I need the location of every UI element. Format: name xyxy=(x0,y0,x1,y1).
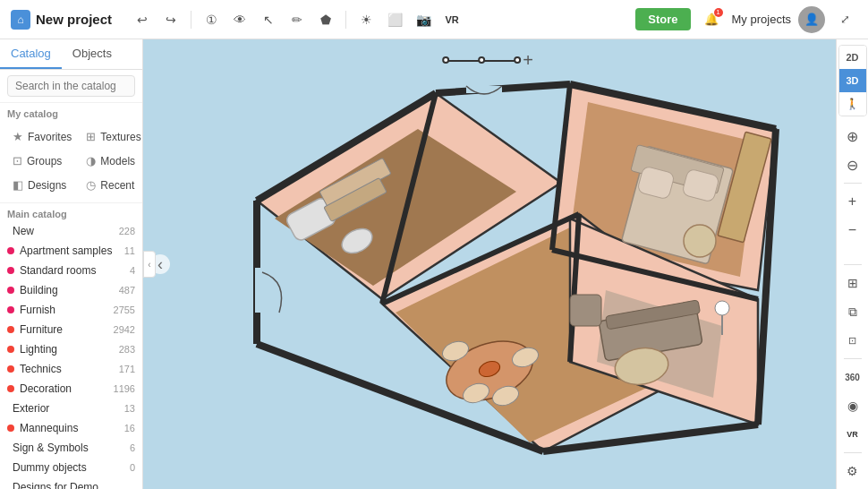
shapes-button[interactable]: ⬟ xyxy=(313,7,338,32)
view-360-button[interactable]: 360 xyxy=(840,365,865,390)
catalog-item-technics[interactable]: Technics 171 xyxy=(0,359,142,379)
zoom-minus-button[interactable]: − xyxy=(840,218,865,243)
collapse-sidebar-button[interactable]: ‹ xyxy=(143,251,156,278)
zoom-plus-button[interactable]: + xyxy=(840,189,865,214)
view-mode-group: 2D 3D 🚶 xyxy=(838,45,867,116)
eye-vr-button[interactable]: ◉ xyxy=(840,393,865,418)
catalog-count: 171 xyxy=(119,364,135,374)
zoom-in-button[interactable]: ⊕ xyxy=(840,124,865,149)
grid-button[interactable]: ⊞ xyxy=(840,270,865,296)
sidebar-item-groups[interactable]: ⊡ Groups xyxy=(7,150,77,171)
view-2d-button[interactable]: 2D xyxy=(839,46,866,69)
dot-icon xyxy=(7,267,14,274)
canvas-area[interactable]: ‹ + xyxy=(143,39,836,489)
catalog-label: New xyxy=(13,225,115,237)
cursor-button[interactable]: ↖ xyxy=(256,7,281,32)
catalog-label: Dummy objects xyxy=(13,461,126,474)
view-walk-button[interactable]: 🚶 xyxy=(839,92,866,116)
sidebar-item-textures[interactable]: ⊞ Textures xyxy=(81,126,142,147)
catalog-item-apartment-samples[interactable]: Apartment samples 11 xyxy=(0,241,142,261)
catalog-count: 228 xyxy=(119,226,135,236)
my-projects-link[interactable]: My projects xyxy=(732,13,791,26)
right-toolbar: 2D 3D 🚶 ⊕ ⊖ + − ⊞ ⧉ ⊡ 360 ◉ VR ⚙ xyxy=(836,39,868,489)
tab-objects[interactable]: Objects xyxy=(62,39,123,69)
tool-separator-1 xyxy=(191,11,191,29)
catalog-item-exterior[interactable]: Exterior 13 xyxy=(0,399,142,418)
avatar-button[interactable]: 👤 xyxy=(798,6,825,33)
catalog-label: Furnish xyxy=(20,304,110,316)
catalog-label: Furniture xyxy=(20,323,110,336)
dot-icon xyxy=(7,326,14,333)
svg-point-43 xyxy=(684,225,716,257)
catalog-count: 2942 xyxy=(114,324,135,335)
sun-button[interactable]: ☀ xyxy=(353,7,379,32)
separator-4 xyxy=(844,452,862,453)
ruler-handle-right[interactable] xyxy=(514,56,521,64)
ruler-handle-center[interactable] xyxy=(478,56,485,64)
catalog-list: New 228 Apartment samples 11 Standard ro… xyxy=(0,221,142,489)
redo-button[interactable]: ↪ xyxy=(158,7,183,32)
catalog-label: Standard rooms xyxy=(20,264,126,277)
monitor-button[interactable]: ⬜ xyxy=(382,7,407,32)
screenshot-button[interactable]: ⊡ xyxy=(840,328,865,353)
groups-icon: ⊡ xyxy=(13,154,22,167)
view-3d-button[interactable]: 3D xyxy=(839,69,866,92)
pencil-button[interactable]: ✏ xyxy=(285,7,310,32)
logo-icon: ⌂ xyxy=(11,10,30,30)
expand-button[interactable]: ⤢ xyxy=(832,7,857,32)
camera-button[interactable]: 📷 xyxy=(411,7,436,32)
catalog-item-designs-for-demo[interactable]: Designs for Demo xyxy=(0,477,142,489)
catalog-count: 0 xyxy=(130,462,135,473)
vr-button[interactable]: VR xyxy=(439,7,464,32)
app-title: New project xyxy=(36,12,112,27)
separator-3 xyxy=(844,358,862,359)
ruler-handle-left[interactable] xyxy=(442,56,449,64)
catalog-count: 11 xyxy=(124,245,135,256)
dot-icon xyxy=(7,385,14,392)
textures-label: Textures xyxy=(100,131,140,143)
notifications-button[interactable]: 🔔 1 xyxy=(698,6,725,33)
groups-label: Groups xyxy=(27,155,62,167)
catalog-item-sign-symbols[interactable]: Sign & Symbols 6 xyxy=(0,438,142,458)
tab-catalog[interactable]: Catalog xyxy=(0,39,62,69)
sidebar-item-favorites[interactable]: ★ Favorites xyxy=(7,126,77,147)
catalog-item-mannequins[interactable]: Mannequins 16 xyxy=(0,418,142,438)
catalog-label: Designs for Demo xyxy=(13,481,132,489)
catalog-item-dummy-objects[interactable]: Dummy objects 0 xyxy=(0,458,142,477)
catalog-item-building[interactable]: Building 487 xyxy=(0,280,142,300)
catalog-count: 16 xyxy=(124,423,135,433)
vr-right-button[interactable]: VR xyxy=(840,422,865,447)
catalog-count: 2755 xyxy=(114,305,135,315)
catalog-item-decoration[interactable]: Decoration 1196 xyxy=(0,379,142,399)
add-ruler-button[interactable]: + xyxy=(523,50,533,71)
catalog-item-lighting[interactable]: Lighting 283 xyxy=(0,339,142,359)
sidebar-item-recent[interactable]: ◷ Recent xyxy=(81,175,142,195)
catalog-count: 487 xyxy=(119,285,135,296)
catalog-item-furnish[interactable]: Furnish 2755 xyxy=(0,300,142,320)
catalog-label: Apartment samples xyxy=(20,244,121,257)
catalog-count: 13 xyxy=(124,403,135,414)
undo-button[interactable]: ↩ xyxy=(130,7,155,32)
main-catalog-title: Main catalog xyxy=(0,202,142,221)
main-layout: Catalog Objects My catalog ★ Favorites ⊞… xyxy=(0,39,868,489)
catalog-label: Building xyxy=(20,284,115,296)
search-input[interactable] xyxy=(7,75,135,97)
sidebar-item-designs[interactable]: ◧ Designs xyxy=(7,175,77,195)
eye-button[interactable]: 👁 xyxy=(227,7,252,32)
store-button[interactable]: Store xyxy=(635,8,690,30)
sidebar-item-models[interactable]: ◑ Models xyxy=(81,150,142,171)
designs-label: Designs xyxy=(28,179,66,192)
catalog-label: Exterior xyxy=(13,402,121,415)
settings-button[interactable]: ⚙ xyxy=(840,459,865,484)
catalog-item-standard-rooms[interactable]: Standard rooms 4 xyxy=(0,261,142,280)
catalog-item-furniture[interactable]: Furniture 2942 xyxy=(0,320,142,339)
designs-icon: ◧ xyxy=(13,178,23,192)
layers-button[interactable]: ⧉ xyxy=(840,299,865,324)
catalog-item-new[interactable]: New 228 xyxy=(0,221,142,241)
search-box xyxy=(0,70,142,103)
zoom-out-button[interactable]: ⊖ xyxy=(840,152,865,177)
textures-icon: ⊞ xyxy=(86,130,96,143)
catalog-label: Mannequins xyxy=(20,422,121,434)
frame-button[interactable]: ① xyxy=(199,7,224,32)
star-icon: ★ xyxy=(13,130,23,143)
